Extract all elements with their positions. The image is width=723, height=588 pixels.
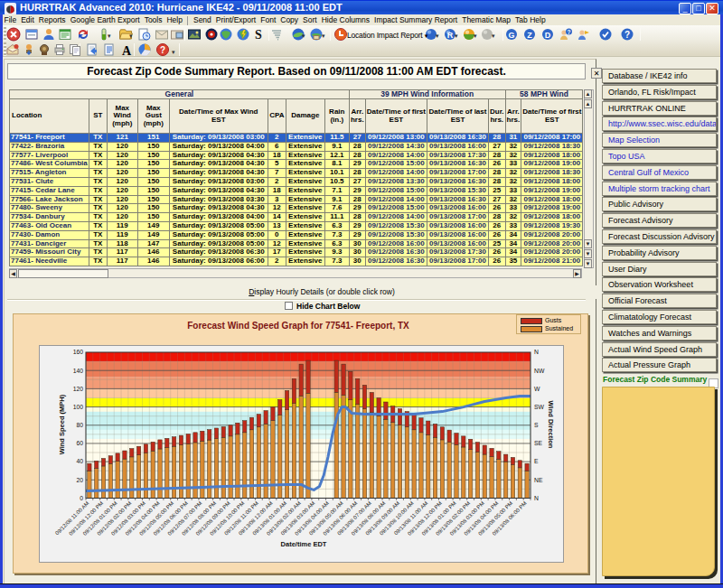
svg-text:120: 120 [73, 386, 84, 392]
svg-text:W: W [534, 386, 540, 392]
svg-text:NW: NW [534, 368, 545, 374]
svg-text:80: 80 [76, 422, 83, 428]
svg-text:Date/time EDT: Date/time EDT [281, 540, 327, 548]
svg-text:SW: SW [534, 404, 545, 410]
svg-text:40: 40 [76, 458, 83, 464]
svg-text:0: 0 [80, 495, 83, 501]
svg-text:160: 160 [73, 349, 84, 355]
svg-text:20: 20 [76, 477, 83, 483]
svg-text:E: E [534, 458, 539, 464]
svg-text:Wind Direction: Wind Direction [547, 401, 555, 449]
svg-text:NE: NE [534, 477, 543, 483]
svg-text:S: S [534, 422, 539, 428]
svg-text:Wind Speed (MPH): Wind Speed (MPH) [58, 394, 66, 454]
svg-text:60: 60 [76, 440, 83, 446]
svg-text:N: N [534, 349, 539, 355]
svg-text:140: 140 [73, 368, 84, 374]
svg-text:N: N [534, 495, 539, 501]
svg-text:100: 100 [73, 404, 84, 410]
svg-text:SE: SE [534, 440, 543, 446]
